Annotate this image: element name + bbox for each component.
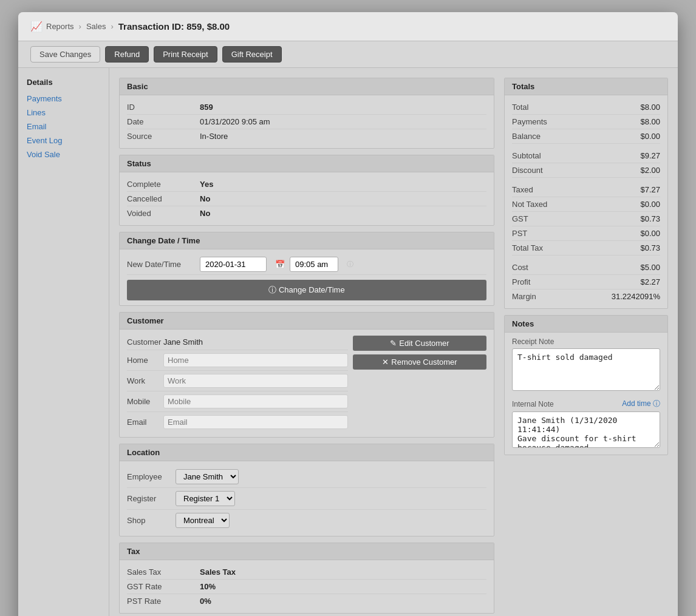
totals-payments-label: Payments (512, 117, 547, 126)
sidebar-item-event-log[interactable]: Event Log (27, 136, 100, 145)
change-date-label: New Date/Time (127, 260, 200, 269)
customer-email-input[interactable] (163, 415, 348, 429)
breadcrumb-sep-1: › (79, 22, 81, 31)
breadcrumb-reports[interactable]: Reports (46, 22, 74, 31)
tax-gst-label: GST Rate (127, 582, 200, 591)
totals-gst-value: $0.73 (640, 214, 660, 223)
tax-gst-row: GST Rate 10% (127, 580, 486, 594)
internal-note-textarea[interactable] (512, 411, 660, 448)
totals-taxed-value: $7.27 (640, 185, 660, 194)
sidebar-item-email[interactable]: Email (27, 122, 100, 131)
basic-source-label: Source (127, 132, 200, 141)
register-select[interactable]: Register 1 Register 2 (176, 491, 235, 506)
pencil-icon: ✎ (390, 339, 397, 348)
shop-select[interactable]: Montreal Toronto (176, 513, 230, 528)
new-time-input[interactable] (290, 257, 338, 272)
tax-sales-label: Sales Tax (127, 567, 200, 577)
totals-total-row: Total $8.00 (512, 100, 660, 115)
totals-balance-label: Balance (512, 132, 541, 141)
customer-home-input[interactable] (163, 353, 348, 367)
main-window: 📈 Reports › Sales › Transaction ID: 859,… (18, 12, 678, 616)
basic-heading: Basic (120, 78, 494, 95)
status-voided-label: Voided (127, 209, 200, 218)
gift-receipt-button[interactable]: Gift Receipt (222, 46, 282, 63)
basic-date-row: Date 01/31/2020 9:05 am (127, 115, 486, 129)
tax-pst-value: 0% (200, 597, 211, 606)
totals-section: Totals Total $8.00 Payments $8.00 Balanc… (504, 78, 668, 309)
customer-fields: Customer Jane Smith Home Work (127, 334, 348, 432)
customer-work-input[interactable] (163, 374, 348, 388)
new-date-input[interactable] (200, 257, 267, 272)
basic-date-value: 01/31/2020 9:05 am (200, 117, 270, 126)
tax-gst-value: 10% (200, 582, 216, 591)
time-info-icon: ⓘ (347, 260, 353, 269)
status-complete-value: Yes (200, 180, 213, 189)
totals-nottaxed-value: $0.00 (640, 200, 660, 209)
customer-label: Customer (127, 337, 163, 347)
totals-total-value: $8.00 (640, 103, 660, 112)
location-employee-row: Employee Jane Smith John Doe (127, 466, 486, 488)
notes-body: Receipt Note Internal Note Add time ⓘ (505, 333, 667, 455)
customer-mobile-label: Mobile (127, 397, 163, 406)
info-circle-icon: ⓘ (268, 285, 279, 294)
breadcrumb-sep-2: › (111, 22, 113, 31)
location-section: Location Employee Jane Smith John Doe Re… (119, 444, 494, 536)
change-date-section: Change Date / Time New Date/Time 📅 ⓘ (119, 232, 494, 306)
totals-nottaxed-label: Not Taxed (512, 200, 547, 209)
tax-heading: Tax (120, 543, 494, 560)
refund-button[interactable]: Refund (105, 46, 149, 63)
sidebar-item-lines[interactable]: Lines (27, 108, 100, 117)
totals-totaltax-label: Total Tax (512, 243, 543, 252)
calendar-icon[interactable]: 📅 (275, 260, 285, 269)
totals-gst-label: GST (512, 214, 528, 223)
totals-pst-row: PST $0.00 (512, 226, 660, 241)
location-body: Employee Jane Smith John Doe Register Re… (120, 461, 494, 536)
totals-balance-row: Balance $0.00 (512, 129, 660, 144)
totals-discount-row: Discount $2.00 (512, 163, 660, 178)
basic-id-row: ID 859 (127, 100, 486, 115)
totals-profit-value: $2.27 (640, 277, 660, 286)
basic-section: Basic ID 859 Date 01/31/2020 9:05 am Sou… (119, 78, 494, 149)
receipt-note-label: Receipt Note (512, 337, 660, 346)
status-cancelled-value: No (200, 194, 210, 203)
change-date-heading: Change Date / Time (120, 232, 494, 249)
totals-payments-value: $8.00 (640, 117, 660, 126)
totals-pst-value: $0.00 (640, 229, 660, 238)
totals-cost-value: $5.00 (640, 263, 660, 272)
shop-label: Shop (127, 516, 176, 525)
status-voided-row: Voided No (127, 206, 486, 220)
add-time-link[interactable]: Add time ⓘ (622, 399, 660, 409)
customer-email-label: Email (127, 418, 163, 427)
tax-sales-row: Sales Tax Sales Tax (127, 565, 486, 580)
sidebar-item-payments[interactable]: Payments (27, 94, 100, 103)
totals-subtotal-value: $9.27 (640, 151, 660, 160)
edit-customer-button[interactable]: ✎ Edit Customer (353, 336, 486, 351)
register-label: Register (127, 494, 176, 503)
basic-source-row: Source In-Store (127, 129, 486, 143)
status-heading: Status (120, 155, 494, 172)
remove-customer-button[interactable]: ✕ Remove Customer (353, 354, 486, 370)
receipt-note-textarea[interactable] (512, 348, 660, 391)
change-date-button[interactable]: ⓘ Change Date/Time (127, 280, 486, 300)
left-panel: Basic ID 859 Date 01/31/2020 9:05 am Sou… (119, 78, 494, 616)
customer-name-row: Customer Jane Smith (127, 334, 348, 350)
employee-select[interactable]: Jane Smith John Doe (176, 469, 239, 484)
basic-id-value: 859 (200, 103, 213, 112)
status-body: Complete Yes Cancelled No Voided No (120, 172, 494, 225)
status-section: Status Complete Yes Cancelled No Voided (119, 155, 494, 226)
basic-date-label: Date (127, 117, 200, 126)
totals-profit-label: Profit (512, 277, 530, 286)
status-complete-row: Complete Yes (127, 177, 486, 192)
tax-pst-label: PST Rate (127, 597, 200, 606)
totals-discount-label: Discount (512, 166, 543, 175)
sidebar-item-void-sale[interactable]: Void Sale (27, 150, 100, 159)
toolbar: Save Changes Refund Print Receipt Gift R… (18, 41, 678, 68)
notes-section: Notes Receipt Note Internal Note Add tim… (504, 315, 668, 455)
breadcrumb-sales[interactable]: Sales (86, 22, 106, 31)
print-receipt-button[interactable]: Print Receipt (154, 46, 217, 63)
customer-mobile-input[interactable] (163, 394, 348, 408)
customer-email-row: Email (127, 412, 348, 432)
totals-cost-row: Cost $5.00 (512, 260, 660, 275)
sidebar: Details Payments Lines Email Event Log V… (18, 68, 109, 616)
save-changes-button[interactable]: Save Changes (30, 46, 100, 63)
